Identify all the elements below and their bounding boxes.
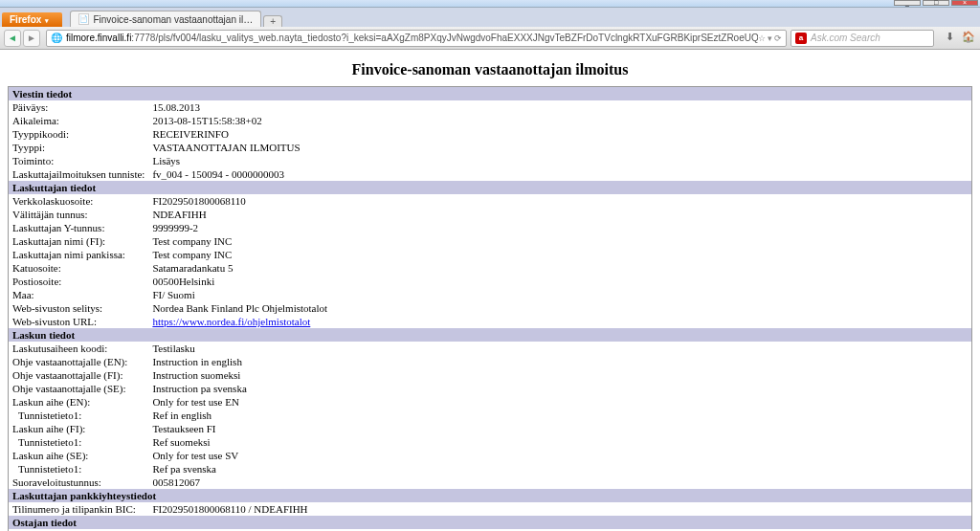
row-label: Web-sivuston selitys:	[9, 301, 149, 315]
table-row: Ohje vastaanottajalle (FI):Instruction s…	[9, 368, 972, 382]
row-value: Only for test use EN	[148, 395, 971, 409]
row-value: Ref suomeksi	[148, 435, 971, 449]
url-text: filmore.finvalli.fi:7778/pls/fv004/lasku…	[66, 33, 758, 43]
row-label: Tyyppikoodi:	[9, 127, 149, 141]
table-row: Tunnistetieto1:Ref in english	[9, 409, 972, 422]
row-label: Laskun aihe (FI):	[9, 422, 149, 435]
row-value: VASTAANOTTAJAN ILMOITUS	[148, 141, 971, 154]
url-input[interactable]: 🌐 filmore.finvalli.fi:7778/pls/fv004/las…	[46, 30, 787, 47]
row-value: 00500Helsinki	[148, 275, 971, 288]
table-row: Laskun aihe (EN):Only for test use EN	[9, 395, 972, 409]
table-row: Laskun aihe (SE):Only for test use SV	[9, 449, 972, 462]
section-header: Laskuttajan tiedot	[9, 181, 972, 194]
table-row: Web-sivuston selitys:Nordea Bank Finland…	[9, 301, 972, 315]
table-row: Välittäjän tunnus:NDEAFIHH	[9, 208, 972, 221]
table-row: Laskuttajan nimi (FI):Test company INC	[9, 234, 972, 248]
table-row: Tyyppikoodi:RECEIVERINFO	[9, 127, 972, 141]
table-row: Toiminto:Lisäys	[9, 154, 972, 167]
page-content: Finvoice-sanoman vastaanottajan ilmoitus…	[0, 50, 980, 531]
row-value: 005812067	[148, 476, 971, 489]
search-input[interactable]: a Ask.com Search	[791, 30, 934, 47]
row-label: Toiminto:	[9, 154, 149, 167]
row-label: Verkkolaskuosoite:	[9, 194, 149, 208]
table-row: Tyyppi:VASTAANOTTAJAN ILMOITUS	[9, 141, 972, 154]
row-value[interactable]: https://www.nordea.fi/ohjelmistotalot	[148, 315, 971, 328]
forward-button[interactable]: ►	[23, 30, 40, 47]
table-row: Aikaleima:2013-08-15T15:58:38+02	[9, 114, 972, 127]
table-row: Katuosoite:Satamaradankatu 5	[9, 261, 972, 275]
row-value: Nordea Bank Finland Plc Ohjelmistotalot	[148, 301, 971, 315]
row-label: Päiväys:	[9, 100, 149, 114]
row-label: Tunnistetieto1:	[9, 409, 149, 422]
home-icon[interactable]: 🏠	[961, 31, 976, 46]
row-label: Tunnistetieto1:	[9, 435, 149, 449]
row-value: 2013-08-15T15:58:38+02	[148, 114, 971, 127]
row-label: Ohje vastaanottajalle (EN):	[9, 355, 149, 368]
table-row: Verkkolaskuosoite:FI2029501800068110	[9, 194, 972, 208]
row-label: Postiosoite:	[9, 275, 149, 288]
row-label: Katuosoite:	[9, 261, 149, 275]
row-label: Web-sivuston URL:	[9, 315, 149, 328]
row-value: Testaukseen FI	[148, 422, 971, 435]
table-row: Laskuttajan nimi pankissa:Test company I…	[9, 248, 972, 261]
tab-bar: Firefox 📄 Finvoice-sanoman vastaanottaja…	[0, 8, 980, 27]
table-row: Laskun aihe (FI):Testaukseen FI	[9, 422, 972, 435]
row-value: Lisäys	[148, 154, 971, 167]
row-value: 15.08.2013	[148, 100, 971, 114]
row-value: Instruction pa svenska	[148, 382, 971, 395]
section-header: Laskun tiedot	[9, 328, 972, 342]
search-placeholder: Ask.com Search	[811, 33, 880, 43]
window-close-button[interactable]: ×	[951, 0, 978, 6]
download-icon[interactable]: ⬇	[942, 31, 957, 46]
row-value: FI/ Suomi	[148, 288, 971, 301]
table-row: Laskuttajan Y-tunnus:9999999-2	[9, 221, 972, 234]
table-row: Tunnistetieto1:Ref suomeksi	[9, 435, 972, 449]
row-label: Tilinumero ja tilipankin BIC:	[9, 502, 149, 516]
table-row: Web-sivuston URL:https://www.nordea.fi/o…	[9, 315, 972, 328]
new-tab-button[interactable]: +	[263, 15, 282, 27]
browser-tab[interactable]: 📄 Finvoice-sanoman vastaanottajan ilmoit…	[70, 11, 261, 27]
row-label: Välittäjän tunnus:	[9, 208, 149, 221]
row-value: Instruction in english	[148, 355, 971, 368]
row-label: Maa:	[9, 288, 149, 301]
window-maximize-button[interactable]: □	[923, 0, 949, 6]
table-row: Ohje vastaanottajalle (EN):Instruction i…	[9, 355, 972, 368]
row-value: fv_004 - 150094 - 0000000003	[148, 167, 971, 181]
table-row: Ohje vastaanottajalle (SE):Instruction p…	[9, 382, 972, 395]
tab-title: Finvoice-sanoman vastaanottajan ilmoit..…	[93, 14, 253, 25]
row-label: Tunnistetieto1:	[9, 462, 149, 476]
row-value: RECEIVERINFO	[148, 127, 971, 141]
row-label: Suoraveloitustunnus:	[9, 476, 149, 489]
row-value: NDEAFIHH	[148, 208, 971, 221]
row-value: Ref pa svenska	[148, 462, 971, 476]
window-minimize-button[interactable]: _	[894, 0, 921, 6]
row-label: Laskuttajailmoituksen tunniste:	[9, 167, 149, 181]
globe-icon: 🌐	[51, 33, 62, 43]
table-row: Laskutusaiheen koodi:Testilasku	[9, 342, 972, 355]
row-label: Aikaleima:	[9, 114, 149, 127]
table-row: Laskuttajailmoituksen tunniste:fv_004 - …	[9, 167, 972, 181]
data-table: Viestin tiedotPäiväys:15.08.2013Aikaleim…	[8, 86, 972, 531]
section-header: Viestin tiedot	[9, 87, 972, 101]
table-row: Maa:FI/ Suomi	[9, 288, 972, 301]
window-buttons: _ □ ×	[892, 0, 978, 6]
row-value: Instruction suomeksi	[148, 368, 971, 382]
back-button[interactable]: ◄	[4, 30, 21, 47]
table-row: Päiväys:15.08.2013	[9, 100, 972, 114]
row-value: Only for test use SV	[148, 449, 971, 462]
table-row: Suoraveloitustunnus:005812067	[9, 476, 972, 489]
reload-icon[interactable]: ⟳	[774, 33, 782, 43]
row-label: Laskun aihe (EN):	[9, 395, 149, 409]
row-value: FI2029501800068110 / NDEAFIHH	[148, 502, 971, 516]
firefox-menu-button[interactable]: Firefox	[2, 12, 62, 27]
url-right-icons: ☆▾⟳	[758, 33, 782, 43]
section-header: Ostajan tiedot	[9, 516, 972, 529]
table-row: Tunnistetieto1:Ref pa svenska	[9, 462, 972, 476]
window-chrome: _ □ ×	[0, 0, 980, 8]
page-title: Finvoice-sanoman vastaanottajan ilmoitus	[8, 61, 972, 78]
external-link[interactable]: https://www.nordea.fi/ohjelmistotalot	[152, 316, 310, 327]
row-label: Laskuttajan Y-tunnus:	[9, 221, 149, 234]
ask-icon: a	[795, 33, 807, 44]
row-label: Laskuttajan nimi (FI):	[9, 234, 149, 248]
row-label: Ohje vastaanottajalle (FI):	[9, 368, 149, 382]
